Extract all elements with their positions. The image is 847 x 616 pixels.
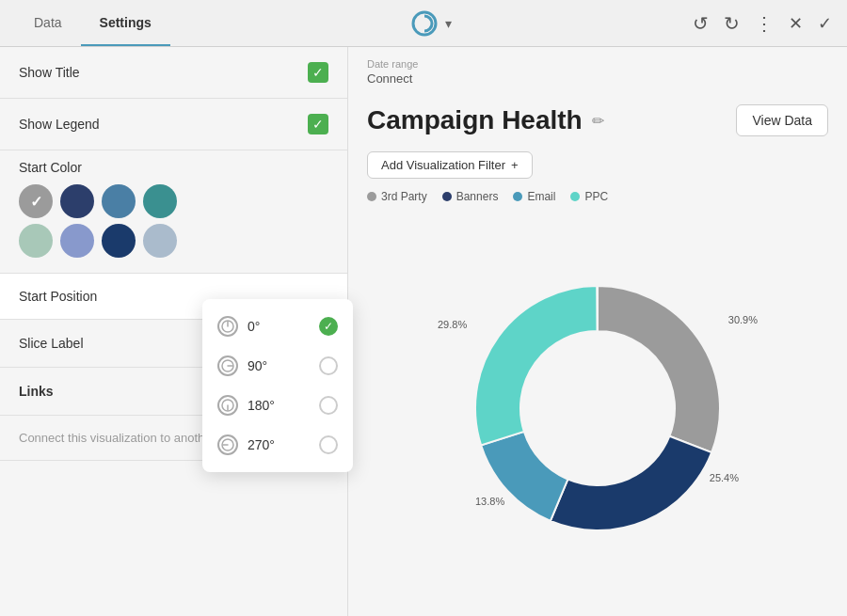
swatch-row-2 <box>19 224 328 258</box>
tab-settings[interactable]: Settings <box>81 0 170 46</box>
settings-panel: Show Title ✓ Show Legend ✓ Start Color <box>0 47 348 616</box>
start-color-label: Start Color <box>19 160 328 175</box>
legend-item-3rdparty: 3rd Party <box>367 190 427 203</box>
toolbar-actions: ↺ ↻ ⋮ ✕ ✓ <box>693 12 832 35</box>
donut-chart: 30.9% 25.4% 13.8% 29.8% <box>447 258 748 559</box>
edit-title-icon[interactable]: ✏ <box>592 112 604 130</box>
color-swatches <box>19 184 328 258</box>
main-content: Show Title ✓ Show Legend ✓ Start Color <box>0 47 847 616</box>
date-range-value: Connect <box>367 71 828 86</box>
show-legend-row: Show Legend ✓ <box>0 99 347 150</box>
chart-title: Campaign Health <box>367 105 583 135</box>
tab-group: Data Settings <box>15 0 170 46</box>
show-title-label: Show Title <box>19 65 80 80</box>
position-0deg-label: 0° <box>248 319 260 334</box>
position-270deg-radio[interactable] <box>319 435 338 454</box>
swatch-dark-blue[interactable] <box>60 184 94 218</box>
position-90deg[interactable]: 90° <box>202 346 353 386</box>
undo-icon[interactable]: ↺ <box>693 12 709 35</box>
degree-180-icon <box>217 395 238 416</box>
position-0deg[interactable]: 0° ✓ <box>202 307 353 346</box>
view-data-button[interactable]: View Data <box>736 104 828 136</box>
start-position-dropdown: 0° ✓ 90° <box>202 299 353 472</box>
more-options-icon[interactable]: ⋮ <box>755 12 774 35</box>
degree-0-icon <box>217 316 238 337</box>
add-filter-button[interactable]: Add Visualization Filter + <box>367 151 533 179</box>
legend-item-banners: Banners <box>442 190 499 203</box>
degree-90-icon <box>217 355 238 376</box>
show-title-row: Show Title ✓ <box>0 47 347 99</box>
degree-270-icon <box>217 434 238 455</box>
swatch-light-gray-blue[interactable] <box>143 224 177 258</box>
chart-area: 30.9% 25.4% 13.8% 29.8% <box>348 209 847 616</box>
legend-item-email: Email <box>513 190 555 203</box>
legend-label-banners: Banners <box>456 190 499 203</box>
confirm-icon[interactable]: ✓ <box>818 13 832 34</box>
add-filter-label: Add Visualization Filter <box>381 158 505 172</box>
legend-label-3rdparty: 3rd Party <box>381 190 427 203</box>
legend-dot-3rdparty <box>367 192 376 201</box>
slice-label-label: Slice Label <box>19 336 84 351</box>
legend-dot-email <box>513 192 522 201</box>
donut-main-svg <box>447 258 748 559</box>
swatch-gray[interactable] <box>19 184 53 218</box>
brand-center: ▾ <box>411 10 452 37</box>
position-90deg-label: 90° <box>248 358 267 373</box>
brand-icon <box>411 10 438 37</box>
chart-header: Campaign Health ✏ View Data <box>348 95 847 146</box>
top-bar: Data Settings ▾ ↺ ↻ ⋮ ✕ ✓ <box>0 0 847 47</box>
show-title-checkbox[interactable]: ✓ <box>308 62 328 83</box>
position-270deg[interactable]: 270° <box>202 425 353 465</box>
legend-dot-banners <box>442 192 452 201</box>
close-icon[interactable]: ✕ <box>789 13 803 34</box>
position-180deg-label: 180° <box>248 398 275 413</box>
chart-title-group: Campaign Health ✏ <box>367 105 604 135</box>
add-filter-plus-icon: + <box>511 158 519 172</box>
chart-panel: Date range Connect Campaign Health ✏ Vie… <box>348 47 847 616</box>
show-legend-checkbox[interactable]: ✓ <box>308 114 328 134</box>
position-180deg[interactable]: 180° <box>202 386 353 425</box>
date-range-label: Date range <box>367 58 828 70</box>
links-label: Links <box>19 384 54 399</box>
legend-label-email: Email <box>527 190 555 203</box>
swatch-periwinkle[interactable] <box>60 224 94 258</box>
connect-label: Connect this visualization to anothe... <box>19 431 221 445</box>
legend-item-ppc: PPC <box>570 190 608 203</box>
swatch-light-teal[interactable] <box>19 224 53 258</box>
position-0deg-radio[interactable]: ✓ <box>319 317 338 336</box>
swatch-navy[interactable] <box>102 224 136 258</box>
swatch-blue[interactable] <box>102 184 136 218</box>
filter-bar: Add Visualization Filter + <box>348 146 847 184</box>
tab-data[interactable]: Data <box>15 0 81 46</box>
redo-icon[interactable]: ↻ <box>724 12 740 35</box>
start-color-section: Start Color <box>0 150 347 274</box>
chart-legend: 3rd Party Banners Email PPC <box>348 184 847 209</box>
swatch-teal[interactable] <box>143 184 177 218</box>
chevron-down-icon[interactable]: ▾ <box>445 16 452 31</box>
position-270deg-label: 270° <box>248 437 275 452</box>
legend-label-ppc: PPC <box>584 190 608 203</box>
swatch-row-1 <box>19 184 328 218</box>
chart-top: Date range Connect <box>348 47 847 95</box>
position-90deg-radio[interactable] <box>319 356 338 375</box>
show-legend-label: Show Legend <box>19 117 100 132</box>
position-180deg-radio[interactable] <box>319 396 338 415</box>
legend-dot-ppc <box>570 192 580 201</box>
